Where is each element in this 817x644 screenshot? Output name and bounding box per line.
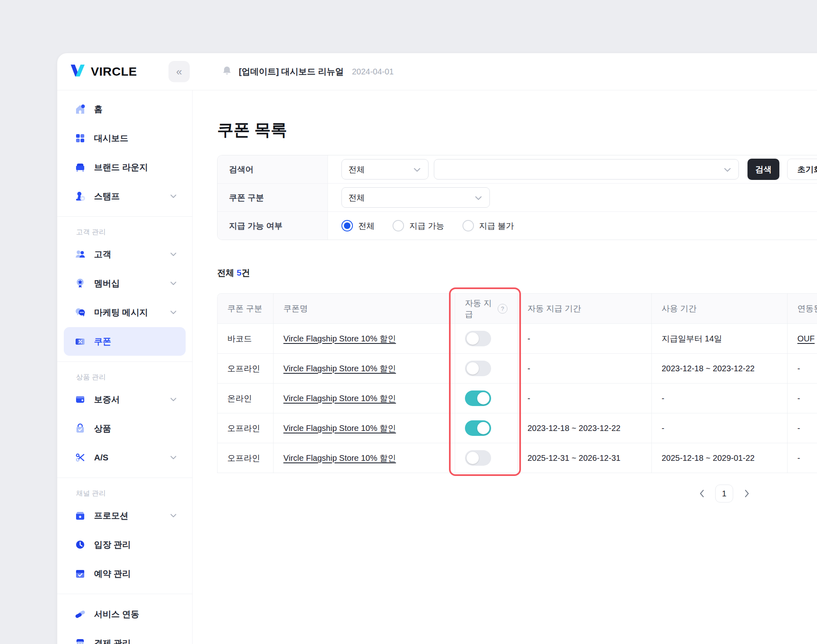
cell-coupon-type: 온라인: [218, 384, 274, 413]
sidebar-item-label: 고객: [94, 249, 111, 260]
auto-pay-toggle[interactable]: [465, 420, 491, 436]
sidebar-item-label: 스탬프: [94, 191, 120, 202]
cell-auto-pay-period: 2023-12-18 ~ 2023-12-22: [518, 413, 652, 443]
pagination: 1: [217, 485, 817, 503]
chevron-down-icon: [170, 310, 177, 314]
auto-pay-toggle[interactable]: [465, 390, 491, 406]
app-window: VIRCLE « [업데이트] 대시보드 리뉴얼 2024-04-01: [57, 53, 817, 644]
coupon-name-link[interactable]: Vircle Flagship Store 10% 할인: [283, 333, 396, 344]
filter-row-coupon-type: 쿠폰 구분 전체: [218, 184, 817, 212]
linked-product-link[interactable]: OUF: [797, 334, 815, 343]
coupon-name-link[interactable]: Vircle Flagship Store 10% 할인: [283, 363, 396, 374]
cell-auto-pay-period: -: [518, 354, 652, 383]
cell-linked: -: [788, 443, 817, 473]
cell-coupon-type: 오프라인: [218, 354, 274, 383]
filter-row-availability: 지급 가능 여부 전체 지급 가능: [218, 212, 817, 240]
pagination-page-1[interactable]: 1: [715, 485, 733, 503]
availability-label: 지급 가능 여부: [218, 212, 328, 240]
auto-pay-toggle[interactable]: [465, 450, 491, 466]
toggle-knob: [477, 422, 489, 434]
reset-button[interactable]: 초기화: [787, 159, 817, 180]
col-linked: 연동된: [788, 294, 817, 323]
sidebar-item-membership[interactable]: 멤버십: [64, 269, 186, 298]
toggle-knob: [467, 332, 479, 345]
brand-lounge-icon: [74, 162, 86, 173]
col-coupon-type: 쿠폰 구분: [218, 294, 274, 323]
notice-text: [업데이트] 대시보드 리뉴얼: [239, 66, 344, 77]
sidebar-divider: [57, 478, 192, 478]
sidebar-item-label: 마케팅 메시지: [94, 307, 148, 318]
membership-icon: [74, 278, 86, 289]
payment-icon: [74, 637, 86, 644]
sidebar-item-payment[interactable]: 결제 관리: [64, 629, 186, 644]
sidebar-item-marketing-message[interactable]: 마케팅 메시지: [64, 298, 186, 327]
warranty-icon: [74, 394, 86, 405]
reservation-icon: [74, 568, 86, 579]
cell-linked: -: [788, 354, 817, 383]
sidebar-divider: [57, 216, 192, 217]
sidebar-item-brand-lounge[interactable]: 브랜드 라운지: [64, 153, 186, 182]
radio-option-available[interactable]: 지급 가능: [393, 220, 444, 231]
cell-use-period: 2023-12-18 ~ 2023-12-22: [652, 354, 788, 383]
sidebar-item-coupon[interactable]: 쿠폰: [64, 327, 186, 356]
sidebar-item-label: 보증서: [94, 394, 120, 405]
radio-icon[interactable]: [393, 220, 404, 231]
coupon-type-select[interactable]: 전체: [341, 187, 490, 208]
sidebar-item-warranty[interactable]: 보증서: [64, 385, 186, 414]
sidebar-item-service-link[interactable]: 서비스 연동: [64, 600, 186, 628]
table-row: 오프라인 Vircle Flagship Store 10% 할인 - 2023…: [218, 354, 817, 384]
radio-option-all[interactable]: 전체: [341, 220, 375, 231]
sidebar-item-reservation[interactable]: 예약 관리: [64, 559, 186, 588]
coupon-name-link[interactable]: Vircle Flagship Store 10% 할인: [283, 423, 396, 434]
sidebar-item-dashboard[interactable]: 대시보드: [64, 124, 186, 153]
vircle-logo-icon: [70, 64, 86, 79]
sidebar-item-as[interactable]: A/S: [64, 443, 186, 472]
table-row: 온라인 Vircle Flagship Store 10% 할인 - - -: [218, 384, 817, 413]
chevron-down-icon: [475, 193, 482, 202]
table-row: 오프라인 Vircle Flagship Store 10% 할인 2025-1…: [218, 443, 817, 473]
auto-pay-toggle[interactable]: [465, 361, 491, 376]
sidebar-item-label: 서비스 연동: [94, 608, 139, 620]
pagination-next-icon[interactable]: [740, 485, 754, 503]
radio-label: 지급 불가: [479, 220, 514, 231]
radio-icon[interactable]: [341, 220, 353, 231]
sidebar-item-label: 대시보드: [94, 132, 128, 144]
sidebar-item-label: 프로모션: [94, 510, 128, 521]
table-header-row: 쿠폰 구분 쿠폰명 자동 지급 ? 자동 지급 기간 사용 기간 연동된: [218, 294, 817, 324]
sidebar-item-label: 결제 관리: [94, 637, 131, 644]
main-content: 쿠폰 목록 검색어 전체: [193, 90, 817, 644]
sidebar-item-label: 상품: [94, 423, 111, 434]
search-type-select[interactable]: 전체: [341, 159, 429, 180]
help-icon[interactable]: ?: [498, 304, 507, 314]
chevron-down-icon: [170, 397, 177, 402]
cell-auto-pay-period: -: [518, 384, 652, 413]
radio-icon[interactable]: [462, 220, 474, 231]
search-keyword-select[interactable]: [434, 159, 739, 180]
notification-bar[interactable]: [업데이트] 대시보드 리뉴얼 2024-04-01: [222, 53, 394, 90]
sidebar-item-home[interactable]: 홈: [64, 95, 186, 123]
toggle-knob: [477, 392, 489, 404]
chevron-down-icon: [724, 165, 731, 174]
col-auto-pay: 자동 지급 ?: [455, 294, 518, 323]
search-button[interactable]: 검색: [747, 159, 779, 180]
pagination-prev-icon[interactable]: [695, 485, 709, 503]
cell-auto-pay-period: -: [518, 324, 652, 353]
coupon-filter-panel: 검색어 전체: [217, 155, 817, 240]
cell-coupon-type: 바코드: [218, 324, 274, 353]
sidebar-item-entrance[interactable]: 입장 관리: [64, 530, 186, 559]
chevron-down-icon: [170, 456, 177, 460]
cell-coupon-type: 오프라인: [218, 443, 274, 473]
auto-pay-toggle[interactable]: [465, 331, 491, 346]
sidebar-item-promotion[interactable]: 프로모션: [64, 501, 186, 530]
sidebar-item-product[interactable]: 상품: [64, 414, 186, 443]
sidebar-collapse-button[interactable]: «: [168, 61, 190, 82]
sidebar-item-stamp[interactable]: 스탬프: [64, 182, 186, 211]
toggle-knob: [467, 452, 479, 464]
bell-icon: [222, 65, 232, 78]
radio-option-unavailable[interactable]: 지급 불가: [462, 220, 514, 231]
coupon-name-link[interactable]: Vircle Flagship Store 10% 할인: [283, 453, 396, 464]
sidebar: 홈 대시보드: [57, 90, 193, 644]
sidebar-item-customers[interactable]: 고객: [64, 240, 186, 269]
coupon-name-link[interactable]: Vircle Flagship Store 10% 할인: [283, 393, 396, 404]
cell-use-period: 지급일부터 14일: [652, 324, 788, 353]
